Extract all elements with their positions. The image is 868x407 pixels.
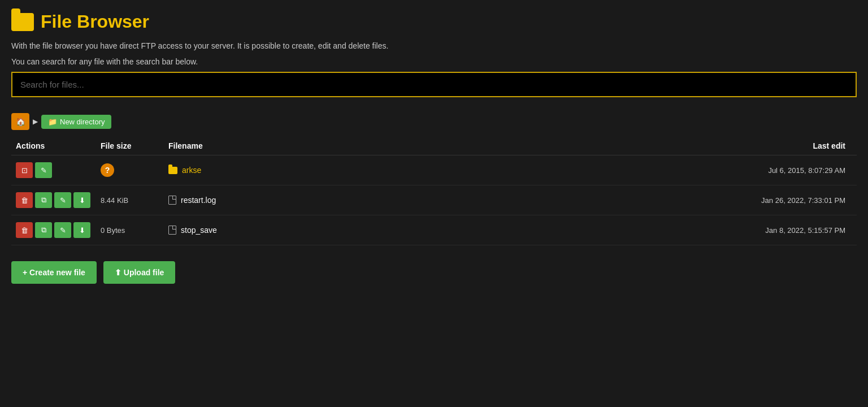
edit-icon: ✎ [41,166,47,175]
edit-button[interactable]: ✎ [35,162,52,178]
create-new-file-label: + Create new file [23,268,85,277]
download-button[interactable]: ⬇ [73,192,90,208]
new-directory-icon: 📁 [48,118,57,126]
download-icon: ⬇ [79,226,85,235]
page-title: File Browser [41,11,149,32]
copy-icon: ⧉ [41,226,46,235]
copy-icon: ⧉ [41,196,46,205]
table-row: ⊡✎?arkseJul 6, 2015, 8:07:29 AM [11,155,857,185]
file-icon [168,196,176,205]
filename-text: restart.log [181,196,216,205]
col-header-lastedit: Last edit [755,137,857,155]
table-row: 🗑⧉✎⬇0 Bytesstop_saveJan 8, 2022, 5:15:57… [11,215,857,245]
delete-button[interactable]: ⊡ [16,162,33,178]
col-header-actions: Actions [11,137,96,155]
filename-cell: restart.log [168,196,750,205]
upload-file-label: ⬆ Upload file [115,268,164,277]
delete-icon: 🗑 [21,226,28,235]
actions-cell: ⊡✎ [16,162,92,178]
edit-icon: ✎ [60,226,66,235]
upload-file-button[interactable]: ⬆ Upload file [103,261,175,284]
filename-cell: stop_save [168,226,750,235]
create-new-file-button[interactable]: + Create new file [11,261,97,284]
lastedit-cell: Jan 26, 2022, 7:33:01 PM [755,185,857,215]
filename-cell[interactable]: arkse [168,166,750,175]
unknown-size-icon: ? [101,163,114,177]
col-header-filesize: File size [96,137,164,155]
copy-button[interactable]: ⧉ [35,192,52,208]
edit-button[interactable]: ✎ [54,222,71,238]
breadcrumb-separator: ▶ [33,118,38,125]
filename-text: stop_save [181,226,217,235]
table-row: 🗑⧉✎⬇8.44 KiBrestart.logJan 26, 2022, 7:3… [11,185,857,215]
search-input[interactable] [11,72,857,97]
filesize-cell: 8.44 KiB [96,185,164,215]
download-icon: ⬇ [79,196,85,205]
page-title-section: File Browser [11,11,857,32]
edit-button[interactable]: ✎ [54,192,71,208]
new-directory-label: New directory [60,118,105,126]
description-text: With the file browser you have direct FT… [11,41,857,50]
filesize-cell: 0 Bytes [96,215,164,245]
new-directory-button[interactable]: 📁 New directory [41,115,111,129]
col-header-filename: Filename [164,137,755,155]
filename-text: arkse [182,166,201,175]
folder-icon-large [11,13,34,31]
delete-icon: ⊡ [21,166,28,175]
search-hint-text: You can search for any file with the sea… [11,57,857,66]
folder-icon [168,167,177,174]
download-button[interactable]: ⬇ [73,222,90,238]
delete-icon: 🗑 [21,196,28,205]
filesize-cell: ? [96,155,164,185]
actions-cell: 🗑⧉✎⬇ [16,222,92,238]
actions-cell: 🗑⧉✎⬇ [16,192,92,208]
file-table: Actions File size Filename Last edit ⊡✎?… [11,137,857,245]
lastedit-cell: Jul 6, 2015, 8:07:29 AM [755,155,857,185]
lastedit-cell: Jan 8, 2022, 5:15:57 PM [755,215,857,245]
edit-icon: ✎ [60,196,66,205]
home-button[interactable]: 🏠 [11,113,29,130]
copy-button[interactable]: ⧉ [35,222,52,238]
delete-button[interactable]: 🗑 [16,222,33,238]
file-icon [168,226,176,235]
bottom-actions: + Create new file ⬆ Upload file [11,261,857,284]
delete-button[interactable]: 🗑 [16,192,33,208]
breadcrumb-bar: 🏠 ▶ 📁 New directory [11,113,857,130]
